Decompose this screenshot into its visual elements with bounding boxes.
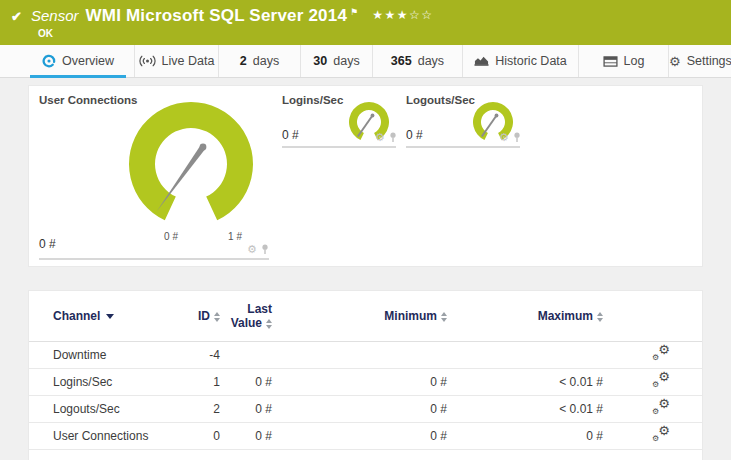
cell-minimum: 0 #: [276, 368, 451, 395]
channel-settings-icon[interactable]: ⚙⚙: [652, 399, 670, 415]
column-header-actions: [607, 291, 702, 341]
divider: [39, 258, 269, 260]
cell-last-value: 0 #: [224, 422, 276, 449]
live-icon: [139, 55, 156, 67]
sensor-title-row: Sensor WMI Microsoft SQL Server 2014 ⚑ ★…: [31, 6, 433, 26]
gear-icon: ⚙: [669, 54, 681, 69]
sensor-title: WMI Microsoft SQL Server 2014: [86, 6, 348, 26]
sensor-kind-label: Sensor: [31, 7, 79, 24]
cell-minimum: [276, 341, 451, 368]
cell-maximum: < 0.01 #: [451, 368, 607, 395]
tab-2-days[interactable]: 2 days: [218, 45, 300, 77]
gauge-needle: [358, 116, 373, 137]
gauge-settings-icon[interactable]: ⚙: [247, 244, 257, 255]
cell-channel: Logouts/Sec: [29, 395, 179, 422]
tab-label: Log: [624, 54, 645, 68]
tab-number: 30: [313, 54, 327, 68]
cell-minimum: 0 #: [276, 422, 451, 449]
cell-last-value: 0 #: [224, 368, 276, 395]
tab-historic-data[interactable]: Historic Data: [462, 45, 578, 77]
cell-last-value: 0 #: [224, 395, 276, 422]
tab-bar: Overview Live Data 2 days 30 days 365: [0, 45, 731, 78]
status-badge: OK: [38, 28, 53, 39]
cell-maximum: < 0.01 #: [451, 395, 607, 422]
pin-icon[interactable]: [513, 132, 521, 143]
sort-desc-icon: [106, 314, 114, 319]
cell-channel: Logins/Sec: [29, 368, 179, 395]
cell-channel: User Connections: [29, 422, 179, 449]
cell-maximum: 0 #: [451, 422, 607, 449]
tab-log[interactable]: Log: [578, 45, 668, 77]
tab-label: Overview: [62, 54, 114, 68]
column-label: Maximum: [538, 309, 593, 323]
column-header-minimum[interactable]: Minimum: [276, 291, 451, 341]
column-label: ID: [198, 309, 210, 323]
gauge-scale-min: 0 #: [151, 231, 191, 242]
pin-icon[interactable]: [389, 132, 397, 143]
pin-icon[interactable]: [261, 244, 269, 255]
cell-id: -4: [179, 341, 224, 368]
tab-overview[interactable]: Overview: [22, 45, 134, 77]
table-row: Logins/Sec 1 0 # 0 # < 0.01 # ⚙⚙: [29, 368, 702, 395]
sensor-header: ✔ Sensor WMI Microsoft SQL Server 2014 ⚑…: [0, 0, 731, 45]
gauge-needle: [482, 116, 497, 137]
sensor-page: ✔ Sensor WMI Microsoft SQL Server 2014 ⚑…: [0, 0, 731, 460]
cell-minimum: 0 #: [276, 395, 451, 422]
column-header-channel[interactable]: Channel: [29, 291, 179, 341]
user-connections-gauge: [121, 94, 261, 234]
channel-settings-icon[interactable]: ⚙⚙: [652, 426, 670, 442]
table-row: User Connections 0 0 # 0 # 0 # ⚙⚙: [29, 422, 702, 449]
tab-label: days: [418, 54, 444, 68]
tab-label: Live Data: [162, 54, 215, 68]
sort-icon: [214, 312, 220, 322]
cell-channel: Downtime: [29, 341, 179, 368]
gauge-toolbar: ⚙: [499, 132, 521, 143]
gauge-value-user-connections: 0 #: [39, 237, 56, 251]
status-ok-check-icon: ✔: [11, 9, 22, 24]
divider: [406, 146, 520, 148]
gauge-value-logouts: 0 #: [406, 128, 423, 142]
tab-number: 2: [240, 54, 247, 68]
cell-id: 2: [179, 395, 224, 422]
tab-label: Historic Data: [495, 54, 567, 68]
tab-settings[interactable]: ⚙ Settings: [668, 45, 731, 77]
column-label: Channel: [53, 309, 100, 323]
sort-icon: [266, 319, 272, 329]
sort-icon: [441, 312, 447, 322]
column-label: Minimum: [384, 309, 437, 323]
channels-panel: Channel ID Last Value Minimum Maximum: [28, 290, 703, 460]
column-header-maximum[interactable]: Maximum: [451, 291, 607, 341]
tab-number: 365: [391, 54, 412, 68]
gauge-toolbar: ⚙: [375, 132, 397, 143]
gauge-value-logins: 0 #: [282, 128, 299, 142]
sort-icon: [597, 312, 603, 322]
cell-maximum: [451, 341, 607, 368]
channel-settings-icon[interactable]: ⚙⚙: [652, 345, 670, 361]
gauge-scale-max: 1 #: [215, 231, 255, 242]
channel-settings-icon[interactable]: ⚙⚙: [652, 372, 670, 388]
tab-label: days: [333, 54, 359, 68]
priority-stars[interactable]: ★★★☆☆: [372, 8, 433, 22]
gauges-panel: User Connections 0 # 1 # 0 # ⚙ Logins/Se…: [28, 85, 703, 267]
gauge-settings-icon[interactable]: ⚙: [499, 132, 509, 143]
favorite-flag-icon[interactable]: ⚑: [350, 7, 358, 17]
table-header-row: Channel ID Last Value Minimum Maximum: [29, 291, 702, 341]
channels-table: Channel ID Last Value Minimum Maximum: [29, 291, 702, 450]
column-header-last-value[interactable]: Last Value: [224, 291, 276, 341]
gauge-title-logins: Logins/Sec: [282, 94, 343, 106]
cell-last-value: [224, 341, 276, 368]
gauge-toolbar: ⚙: [247, 244, 269, 255]
divider: [282, 146, 396, 148]
tab-label: days: [253, 54, 279, 68]
column-header-id[interactable]: ID: [179, 291, 224, 341]
tab-30-days[interactable]: 30 days: [300, 45, 372, 77]
table-row: Downtime -4 ⚙⚙: [29, 341, 702, 368]
cell-id: 1: [179, 368, 224, 395]
tab-label: Settings: [687, 54, 731, 68]
gauge-icon: [42, 54, 56, 68]
cell-id: 0: [179, 422, 224, 449]
tab-365-days[interactable]: 365 days: [372, 45, 462, 77]
gauge-title-logouts: Logouts/Sec: [406, 94, 475, 106]
tab-live-data[interactable]: Live Data: [134, 45, 218, 77]
gauge-settings-icon[interactable]: ⚙: [375, 132, 385, 143]
